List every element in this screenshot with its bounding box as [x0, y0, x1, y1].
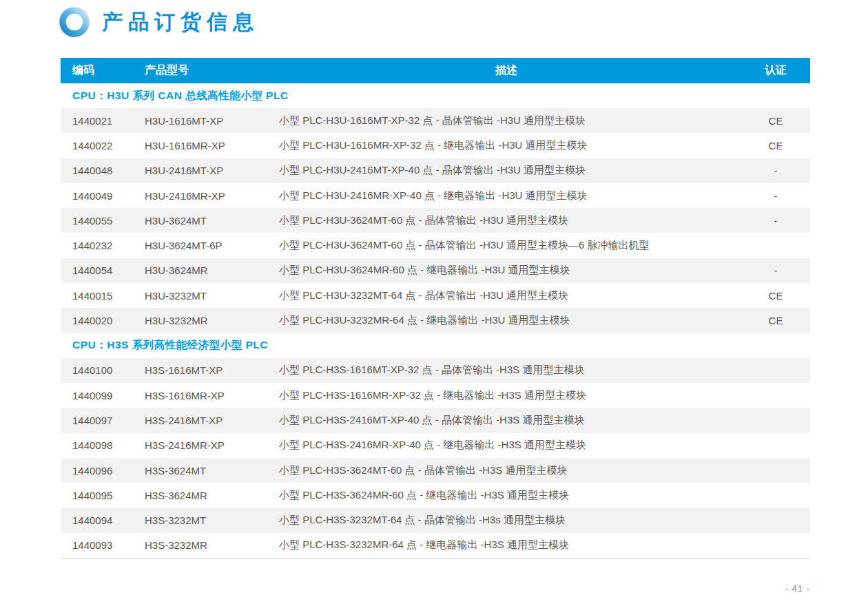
table-row: 1440020H3U-3232MR小型 PLC-H3U-3232MR-64 点 … — [61, 308, 810, 333]
cell-code: 1440054 — [61, 264, 134, 276]
cell-model: H3S-3232MT — [134, 514, 269, 526]
cell-desc: 小型 PLC-H3S-1616MT-XP-32 点 - 晶体管输出 -H3S 通… — [269, 364, 744, 377]
cell-desc: 小型 PLC-H3U-2416MT-XP-40 点 - 晶体管输出 -H3U 通… — [269, 164, 744, 177]
cell-desc: 小型 PLC-H3U-2416MR-XP-40 点 - 继电器输出 -H3U 通… — [269, 189, 744, 202]
cell-desc: 小型 PLC-H3S-1616MR-XP-32 点 - 继电器输出 -H3S 通… — [269, 389, 744, 402]
section-title: CPU：H3S 系列高性能经济型小型 PLC — [61, 333, 810, 358]
table-row: 1440096H3S-3624MT小型 PLC-H3S-3624MT-60 点 … — [61, 458, 810, 483]
cell-model: H3S-3624MT — [134, 465, 269, 477]
cell-code: 1440093 — [61, 539, 134, 551]
cell-desc: 小型 PLC-H3U-3624MR-60 点 - 继电器输出 -H3U 通用型主… — [269, 264, 744, 277]
cell-cert: CE — [744, 315, 810, 326]
cell-code: 1440020 — [61, 315, 134, 326]
table-row: 1440232H3U-3624MT-6P小型 PLC-H3U-3624MT-60… — [61, 233, 810, 258]
cell-code: 1440048 — [61, 165, 134, 176]
cell-cert: CE — [744, 140, 810, 152]
cell-cert: CE — [744, 290, 810, 302]
cell-model: H3U-1616MR-XP — [134, 140, 269, 152]
table-row: 1440099H3S-1616MR-XP小型 PLC-H3S-1616MR-XP… — [61, 383, 810, 408]
cell-model: H3S-3232MR — [134, 539, 269, 551]
table-row: 1440098H3S-2416MR-XP小型 PLC-H3S-2416MR-XP… — [61, 433, 810, 458]
cell-model: H3S-2416MR-XP — [134, 439, 269, 451]
table-body: CPU：H3U 系列 CAN 总线高性能小型 PLC1440021H3U-161… — [61, 83, 810, 558]
col-header-model: 产品型号 — [134, 63, 269, 78]
table-row: 1440100H3S-1616MT-XP小型 PLC-H3S-1616MT-XP… — [61, 358, 810, 383]
cell-code: 1440095 — [61, 490, 134, 501]
cell-desc: 小型 PLC-H3S-2416MT-XP-40 点 - 晶体管输出 -H3S 通… — [269, 414, 744, 427]
cell-desc: 小型 PLC-H3S-3624MT-60 点 - 晶体管输出 -H3S 通用型主… — [269, 464, 744, 477]
cell-code: 1440098 — [61, 439, 134, 451]
cell-model: H3S-1616MT-XP — [134, 364, 269, 376]
cell-desc: 小型 PLC-H3U-3624MT-60 点 - 晶体管输出 -H3U 通用型主… — [269, 239, 744, 252]
cell-desc: 小型 PLC-H3U-3624MT-60 点 - 晶体管输出 -H3U 通用型主… — [269, 214, 744, 227]
cell-code: 1440096 — [61, 465, 134, 477]
cell-model: H3U-3624MT — [134, 215, 269, 227]
cell-code: 1440055 — [61, 215, 134, 227]
cell-code: 1440021 — [61, 115, 134, 127]
cell-desc: 小型 PLC-H3U-1616MR-XP-32 点 - 继电器输出 -H3U 通… — [269, 139, 744, 152]
catalog-page: 产品订货信息 编码 产品型号 描述 认证 CPU：H3U 系列 CAN 总线高性… — [0, 0, 868, 606]
cell-model: H3U-2416MR-XP — [134, 190, 269, 202]
table-row: 1440097H3S-2416MT-XP小型 PLC-H3S-2416MT-XP… — [61, 408, 810, 432]
cell-desc: 小型 PLC-H3S-3232MT-64 点 - 晶体管输出 -H3s 通用型主… — [269, 514, 744, 527]
col-header-code: 编码 — [61, 63, 134, 78]
cell-model: H3S-3624MR — [134, 490, 269, 501]
cell-cert: - — [744, 215, 810, 227]
table-row: 1440094H3S-3232MT小型 PLC-H3S-3232MT-64 点 … — [61, 508, 810, 532]
table-row: 1440093H3S-3232MR小型 PLC-H3S-3232MR-64 点 … — [61, 533, 810, 558]
table-header-row: 编码 产品型号 描述 认证 — [61, 58, 810, 83]
cell-desc: 小型 PLC-H3S-3624MR-60 点 - 继电器输出 -H3S 通用型主… — [269, 489, 744, 502]
section-title: CPU：H3U 系列 CAN 总线高性能小型 PLC — [61, 83, 810, 108]
table-row: 1440049H3U-2416MR-XP小型 PLC-H3U-2416MR-XP… — [61, 183, 810, 208]
cell-cert: CE — [744, 115, 810, 127]
page-header: 产品订货信息 — [58, 6, 259, 39]
cell-code: 1440232 — [61, 240, 134, 251]
cell-code: 1440099 — [61, 390, 134, 401]
cell-model: H3U-2416MT-XP — [134, 165, 269, 176]
cell-model: H3U-3232MT — [134, 290, 269, 302]
table-row: 1440021H3U-1616MT-XP小型 PLC-H3U-1616MT-XP… — [61, 108, 810, 133]
cell-code: 1440100 — [61, 364, 134, 376]
table-row: 1440054H3U-3624MR小型 PLC-H3U-3624MR-60 点 … — [61, 258, 810, 283]
cell-model: H3U-1616MT-XP — [134, 115, 269, 127]
col-header-description: 描述 — [269, 63, 744, 78]
page-number: - 41 - — [785, 583, 810, 594]
page-title: 产品订货信息 — [102, 8, 259, 36]
ring-icon — [58, 6, 91, 39]
cell-desc: 小型 PLC-H3U-3232MR-64 点 - 继电器输出 -H3U 通用型主… — [269, 314, 744, 327]
cell-code: 1440022 — [61, 140, 134, 152]
cell-cert: - — [744, 165, 810, 176]
table-row: 1440048H3U-2416MT-XP小型 PLC-H3U-2416MT-XP… — [61, 158, 810, 183]
order-info-table: 编码 产品型号 描述 认证 CPU：H3U 系列 CAN 总线高性能小型 PLC… — [61, 58, 810, 559]
table-row: 1440095H3S-3624MR小型 PLC-H3S-3624MR-60 点 … — [61, 483, 810, 508]
cell-cert: - — [744, 190, 810, 202]
col-header-cert: 认证 — [744, 63, 810, 78]
cell-model: H3U-3624MR — [134, 264, 269, 276]
cell-code: 1440015 — [61, 290, 134, 302]
cell-code: 1440049 — [61, 190, 134, 202]
cell-model: H3S-2416MT-XP — [134, 415, 269, 426]
cell-code: 1440094 — [61, 514, 134, 526]
cell-model: H3U-3232MR — [134, 315, 269, 326]
cell-desc: 小型 PLC-H3S-3232MR-64 点 - 继电器输出 -H3S 通用型主… — [269, 539, 744, 552]
cell-code: 1440097 — [61, 415, 134, 426]
cell-desc: 小型 PLC-H3S-2416MR-XP-40 点 - 继电器输出 -H3S 通… — [269, 439, 744, 452]
cell-model: H3S-1616MR-XP — [134, 390, 269, 401]
table-row: 1440022H3U-1616MR-XP小型 PLC-H3U-1616MR-XP… — [61, 133, 810, 158]
cell-cert: - — [744, 264, 810, 276]
cell-model: H3U-3624MT-6P — [134, 240, 269, 251]
cell-desc: 小型 PLC-H3U-1616MT-XP-32 点 - 晶体管输出 -H3U 通… — [269, 114, 744, 127]
cell-desc: 小型 PLC-H3U-3232MT-64 点 - 晶体管输出 -H3U 通用型主… — [269, 289, 744, 302]
table-row: 1440015H3U-3232MT小型 PLC-H3U-3232MT-64 点 … — [61, 283, 810, 308]
table-row: 1440055H3U-3624MT小型 PLC-H3U-3624MT-60 点 … — [61, 208, 810, 233]
